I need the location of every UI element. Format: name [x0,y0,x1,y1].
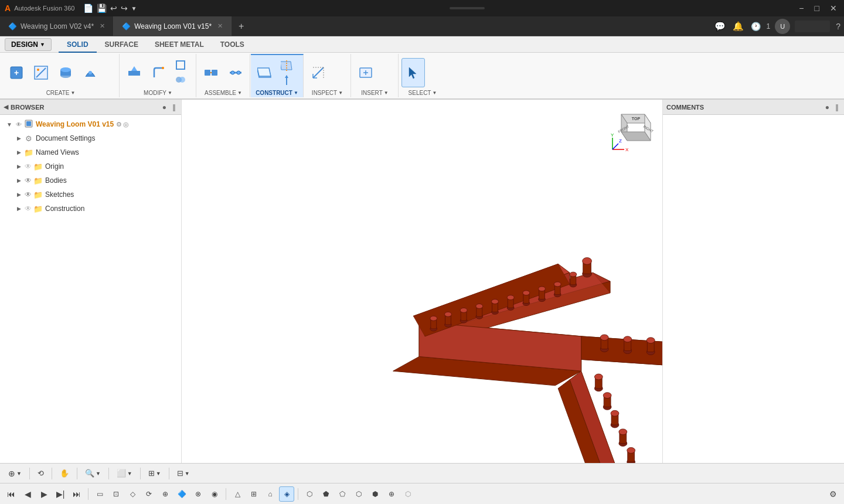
root-collapse-icon[interactable]: ▼ [5,121,14,128]
tl-btn-17[interactable]: ⬢ [367,486,383,502]
extrude-btn[interactable] [54,58,77,87]
tl-btn-11[interactable]: ⌂ [263,486,278,502]
tab-sheet-metal[interactable]: SHEET METAL [147,36,212,53]
named-views-toggle[interactable]: ▶ [14,149,23,155]
tree-item-construction[interactable]: ▶ 👁 📁 Construction [0,202,181,216]
play-btn[interactable]: ▶ [36,486,52,502]
insert-mesh-btn[interactable] [354,58,377,87]
tl-btn-6[interactable]: 🔷 [174,486,189,502]
bodies-toggle[interactable]: ▶ [14,178,23,183]
new-component-btn[interactable]: + [5,58,28,87]
orbit-btn[interactable]: ⊕▼ [5,466,25,481]
tl-btn-8[interactable]: ◉ [207,486,222,502]
press-pull-btn[interactable] [122,58,146,87]
tab2[interactable]: 🔷 Weaving Loom V01 v15* ✕ [114,16,232,36]
bodies-visibility[interactable]: 👁 [23,176,33,185]
skip-to-end-btn[interactable]: ⏭ [69,486,84,502]
tl-btn-1[interactable]: ▭ [92,486,107,502]
undo-btn[interactable]: ↩ [108,4,119,13]
sketches-visibility[interactable]: 👁 [23,190,33,199]
select-btn[interactable] [401,58,425,87]
combine-btn[interactable] [172,73,189,87]
create-sketch-btn[interactable] [29,58,53,87]
step-forward-btn[interactable]: ▶| [53,486,68,502]
comments-pin-btn[interactable]: ‖ [833,103,840,112]
modify-label[interactable]: MODIFY▼ [122,90,193,97]
midplane-btn[interactable] [278,59,295,73]
tl-btn-7[interactable]: ⊗ [190,486,206,502]
tab-solid[interactable]: SOLID [59,36,97,53]
redo-dropdown-btn[interactable]: ▼ [130,5,138,12]
tree-item-bodies[interactable]: ▶ 👁 📁 Bodies [0,173,181,188]
browser-collapse-icon[interactable]: ◀ [4,103,8,111]
view-cube[interactable]: TOP FRONT RIGHT X Y Z [610,105,656,152]
tl-btn-18[interactable]: ⊕ [384,486,399,502]
tl-btn-16[interactable]: ⬡ [351,486,366,502]
comment-icon-btn[interactable]: 💬 [711,21,729,32]
offset-plane-btn[interactable] [253,59,277,88]
user-avatar[interactable]: U [775,19,790,34]
doc-settings-toggle[interactable]: ▶ [14,135,23,141]
save-btn[interactable]: 💾 [95,4,108,13]
sketches-toggle[interactable]: ▶ [14,192,23,197]
minimize-btn[interactable]: − [797,4,806,13]
root-visibility-icon[interactable]: 👁 [14,121,23,128]
skip-to-start-btn[interactable]: ⏮ [4,486,19,502]
tab2-close[interactable]: ✕ [217,22,223,30]
axis-btn[interactable] [278,74,295,87]
browser-pin-btn[interactable]: ‖ [171,103,178,112]
tree-item-named-views[interactable]: ▶ 📁 Named Views [0,145,181,159]
fillet-btn[interactable] [147,58,171,87]
tl-btn-13[interactable]: ⬡ [302,486,317,502]
design-dropdown[interactable]: DESIGN ▼ [5,38,52,51]
origin-visibility[interactable]: 👁 [23,162,33,171]
tl-btn-3[interactable]: ◇ [125,486,140,502]
tl-btn-15[interactable]: ⬠ [335,486,350,502]
tab-surface[interactable]: SURFACE [97,36,147,53]
root-settings-icon[interactable]: ⚙ [116,121,122,128]
undo-view-btn[interactable]: ⟲ [34,466,47,480]
revolve-btn[interactable] [79,58,102,87]
motion-link-btn[interactable] [224,58,247,87]
timeline-settings-btn[interactable]: ⚙ [825,486,840,502]
tree-root-item[interactable]: ▼ 👁 Weaving Loom V01 v15 ⚙ ◎ [0,117,181,131]
browser-settings-btn[interactable]: ● [161,103,168,112]
tl-btn-12[interactable]: ◈ [279,486,294,502]
create-label[interactable]: CREATE▼ [5,90,117,97]
tl-btn-14[interactable]: ⬟ [318,486,333,502]
redo-btn[interactable]: ↪ [119,4,130,13]
pan-btn[interactable]: ✋ [56,466,73,480]
new-btn[interactable]: 📄 [81,4,95,13]
new-tab-btn[interactable]: + [232,21,251,32]
grid-btn[interactable]: ⊞▼ [145,466,165,480]
origin-toggle[interactable]: ▶ [14,164,23,169]
joint-btn[interactable] [199,58,223,87]
tl-btn-10[interactable]: ⊞ [246,486,261,502]
inspect-label[interactable]: INSPECT▼ [307,90,348,97]
construction-toggle[interactable]: ▶ [14,206,23,212]
tl-btn-2[interactable]: ⊡ [108,486,124,502]
comments-settings-btn[interactable]: ● [823,103,831,112]
tab1-close[interactable]: ✕ [100,22,105,30]
view-mode-btn[interactable]: ⊟▼ [173,466,193,480]
viewport[interactable]: TOP FRONT RIGHT X Y Z [182,100,662,463]
notification-btn[interactable]: 🔔 [729,21,747,32]
tree-item-origin[interactable]: ▶ 👁 📁 Origin [0,159,181,173]
display-mode-btn[interactable]: ⬜▼ [113,466,136,480]
tab1[interactable]: 🔷 Weaving Loom V02 v4* ✕ [0,16,114,36]
step-back-btn[interactable]: ◀ [20,486,35,502]
tl-btn-19[interactable]: ⬡ [400,486,416,502]
help-btn[interactable]: ? [832,22,844,31]
close-btn[interactable]: ✕ [828,4,839,13]
tl-btn-4[interactable]: ⟳ [141,486,156,502]
shell-btn[interactable] [172,59,189,72]
tl-btn-5[interactable]: ⊕ [158,486,173,502]
maximize-btn[interactable]: □ [812,4,822,13]
measure-btn[interactable] [307,58,330,87]
tree-item-doc-settings[interactable]: ▶ ⚙ Document Settings [0,131,181,145]
history-btn[interactable]: 🕐 [747,22,764,31]
tl-btn-9[interactable]: △ [230,486,245,502]
zoom-btn[interactable]: 🔍▼ [81,466,104,480]
tree-item-sketches[interactable]: ▶ 👁 📁 Sketches [0,188,181,202]
construction-visibility[interactable]: 👁 [23,205,33,213]
